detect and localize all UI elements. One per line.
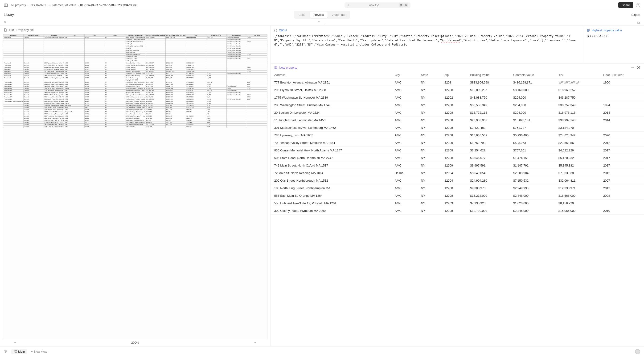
column-header[interactable]: City <box>391 71 417 79</box>
chevron-up-icon[interactable]: ⌃ <box>318 21 320 24</box>
cell: 180 North King Street, Northhampton MA <box>270 184 391 192</box>
cell: NY <box>417 94 441 101</box>
grid-icon <box>14 350 17 353</box>
cell: NY <box>417 192 441 200</box>
json-content[interactable]: {"tables":[{"columns":["Premises","Owned… <box>274 34 579 47</box>
plus-icon: + <box>31 350 33 353</box>
export-link[interactable]: Export <box>631 13 640 17</box>
cell: AMC <box>391 154 417 162</box>
column-header[interactable]: Roof Built Year <box>600 71 644 79</box>
table-row[interactable]: 11 Jungle Road, Leominster MA 1453AMCNY1… <box>270 117 644 124</box>
cell: AMC <box>391 132 417 139</box>
cell: $18,666,000 <box>555 192 600 200</box>
cell: 1950 <box>600 79 644 86</box>
chevron-down-icon[interactable]: ⌄ <box>324 21 326 24</box>
filter-icon[interactable] <box>4 350 8 353</box>
file-drop-label: File · Drop any file <box>9 28 34 32</box>
tab-build[interactable]: Build <box>295 12 309 18</box>
cell: 12208 <box>441 192 466 200</box>
column-header[interactable]: State <box>417 71 441 79</box>
search-input[interactable] <box>351 3 397 7</box>
lock-icon[interactable] <box>637 21 640 24</box>
cell: NY <box>417 147 441 154</box>
cell: 2017 <box>600 154 644 162</box>
target-icon[interactable] <box>636 66 640 69</box>
view-chip-main[interactable]: Main <box>11 349 27 354</box>
cell: 12208 <box>441 86 466 94</box>
search-box[interactable]: ✦ ⌘K <box>344 2 410 8</box>
cell: $204,000 <box>510 101 555 109</box>
table-row[interactable]: 280 Washington Street, Hudson MA 1749AMC… <box>270 101 644 109</box>
table-row[interactable]: 296 Plymouth Street, Halifax MA 2338AMCN… <box>270 86 644 94</box>
table-row[interactable]: 555 Hubbard Ave-Suite 12, Pittsfield MA … <box>270 200 644 207</box>
breadcrumb-item[interactable]: INSURANCE - Statement of Value <box>30 3 76 7</box>
table-row[interactable]: 830 Curran Memorial Hwy, North Adams MA … <box>270 147 644 154</box>
table-row[interactable]: 742 Main Street, North Oxford MA 1537AMC… <box>270 162 644 169</box>
tab-automate[interactable]: Automate <box>328 12 349 18</box>
zoom-out-button[interactable]: − <box>14 341 16 344</box>
table-row[interactable]: 70 Pleasant Valley Street, Methuen MA 18… <box>270 139 644 147</box>
table-row[interactable]: 780 Lynnway, Lynn MA 1905AMCNY12208$18,6… <box>270 132 644 139</box>
cell: NY <box>417 207 441 215</box>
svg-rect-6 <box>275 66 277 69</box>
column-header[interactable]: Zip <box>441 71 466 79</box>
sidebar-toggle-icon[interactable] <box>4 3 8 7</box>
column-header[interactable]: Address <box>270 71 391 79</box>
cell: AMC <box>391 124 417 132</box>
zoom-in-button[interactable]: + <box>254 341 256 344</box>
cell: $1,752,793 <box>466 139 510 147</box>
cell: $16,976,115 <box>555 109 600 117</box>
cell: 2014 <box>600 109 644 117</box>
cell: $3,997,591 <box>466 162 510 169</box>
svg-rect-14 <box>14 350 15 351</box>
cell: NY <box>417 79 441 86</box>
cell: $5,936,400 <box>510 132 555 139</box>
cell: 300 Colony Place, Plymouth MA 2360 <box>270 207 391 215</box>
file-preview[interactable]: PremisesOwned / LeasedAddressCityZIPStat… <box>0 34 270 339</box>
cell: $3,646,077 <box>466 154 510 162</box>
cell: NY <box>417 200 441 207</box>
tab-review[interactable]: Review <box>310 12 328 18</box>
table-row[interactable]: 301 Massachusetts Ave, Lunenburg MA 1462… <box>270 124 644 132</box>
cell: $10,809,257 <box>466 86 510 94</box>
help-icon[interactable]: ? <box>636 3 640 7</box>
zoom-level: 200% <box>131 341 139 344</box>
cell: 1994 <box>600 101 644 109</box>
table-row[interactable]: 20 Soojian Dr, Leicester MA 1524AMCNY122… <box>270 109 644 117</box>
cell: NY <box>417 177 441 184</box>
table-row[interactable]: 180 North King Street, Northhampton MAAM… <box>270 184 644 192</box>
cell: $32,064,811 <box>555 177 600 184</box>
cell: AMC <box>391 200 417 207</box>
cell: $833,364,698 <box>466 79 510 86</box>
table-row[interactable]: 777 Brockton Avenue, Abington MA 2351AMC… <box>270 79 644 86</box>
cell: NY <box>417 169 441 177</box>
column-header[interactable]: Building Value <box>466 71 510 79</box>
cell: 12208 <box>441 184 466 192</box>
avatar[interactable] <box>635 349 640 354</box>
column-header[interactable]: Contents Value <box>510 71 555 79</box>
svg-rect-2 <box>638 22 640 24</box>
file-drop-header[interactable]: File · Drop any file <box>0 26 270 34</box>
table-row[interactable]: 555 East Main St, Orange MA 1364AMCNY122… <box>270 192 644 200</box>
property-table[interactable]: AddressCityStateZipBuilding ValueContent… <box>270 71 644 215</box>
cell: $7,150,532 <box>510 177 555 184</box>
file-icon <box>4 28 7 32</box>
breadcrumb-item[interactable]: All projects <box>11 3 26 7</box>
table-row[interactable]: 200 Otis Street, Northborough MA 1532AMC… <box>270 177 644 184</box>
cell: AMC <box>391 86 417 94</box>
table-row[interactable]: 72 Main St, North Reading MA 1864DelmaNY… <box>270 169 644 177</box>
svg-rect-15 <box>16 350 16 351</box>
close-icon[interactable]: ✕ <box>4 21 6 24</box>
library-link[interactable]: Library <box>4 13 14 17</box>
new-view-button[interactable]: + New view <box>31 350 47 353</box>
cell: 2007 <box>600 177 644 184</box>
table-row[interactable]: 1775 Washington St, Hanover MA 2339AMCNY… <box>270 94 644 101</box>
column-header[interactable]: TIV <box>555 71 600 79</box>
more-icon[interactable]: ⋯ <box>631 66 634 69</box>
cell: $7,135,920 <box>466 200 510 207</box>
table-row[interactable]: 506 State Road, North Dartmouth MA 2747A… <box>270 154 644 162</box>
share-button[interactable]: Share <box>618 2 633 8</box>
table-row[interactable]: 300 Colony Place, Plymouth MA 2360AMCNY1… <box>270 207 644 215</box>
chevron-right-icon: › <box>27 3 28 7</box>
cell: $1,474,15 <box>510 154 555 162</box>
